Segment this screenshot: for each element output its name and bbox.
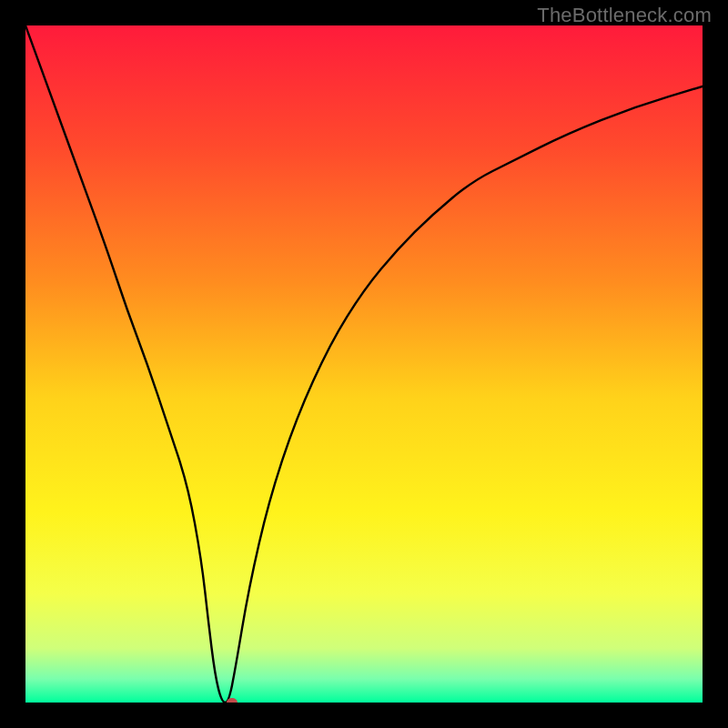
chart-frame: TheBottleneck.com <box>0 0 728 728</box>
chart-plot-area <box>25 25 703 703</box>
watermark-text: TheBottleneck.com <box>537 4 712 27</box>
chart-background <box>25 25 703 703</box>
chart-svg <box>25 25 703 703</box>
